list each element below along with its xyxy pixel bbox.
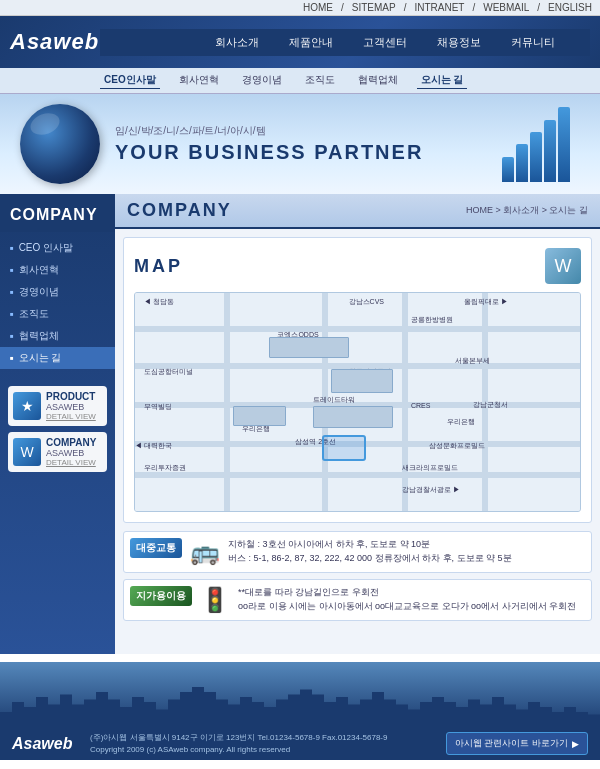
map-label-gangnam-office: 강남군청서: [473, 400, 508, 410]
nav-company[interactable]: 회사소개: [201, 29, 273, 56]
subnav-history[interactable]: 회사연혁: [175, 72, 223, 89]
sidebar-product-link-1[interactable]: DETAIL VIEW: [46, 412, 102, 421]
topbar-english[interactable]: ENGLISH: [548, 2, 592, 13]
footer-related-sites-button[interactable]: 아시웹 관련사이트 바로가기 ▶: [446, 732, 588, 755]
main-content: COMPANY HOME > 회사소개 > 오시는 길 MAP W: [115, 194, 600, 654]
sidebar-product-name-1: PRODUCT: [46, 391, 102, 402]
map-building-kepco: [331, 369, 393, 393]
map-label-olympic: 올림픽대로 ▶: [464, 297, 508, 307]
sidebar-products: ★ PRODUCT ASAWEB DETAIL VIEW W COMPANY A…: [0, 386, 115, 472]
sidebar: COMPANY CEO 인사말 회사연혁 경영이념 조직도 협력업체 오시는 길…: [0, 194, 115, 654]
transport-badge-public: 대중교통: [130, 538, 182, 558]
topbar-sep3: /: [472, 2, 475, 13]
road-v1: [224, 293, 230, 511]
map-title: MAP: [134, 256, 183, 277]
subnav-ceo[interactable]: CEO인사말: [100, 72, 160, 89]
sub-nav: CEO인사말 회사연혁 경영이념 조직도 협력업체 오시는 길: [0, 68, 600, 94]
top-bar: HOME / SITEMAP / INTRANET / WEBMAIL / EN…: [0, 0, 600, 16]
map-icon: W: [545, 248, 581, 284]
subnav-location[interactable]: 오시는 길: [417, 72, 468, 89]
logo[interactable]: Asaweb: [10, 29, 100, 55]
map-label-woori-bank-2: 우리은행: [447, 417, 475, 427]
nav-recruit[interactable]: 채용정보: [423, 29, 495, 56]
sidebar-item-partner[interactable]: 협력업체: [0, 325, 115, 347]
subnav-partner[interactable]: 협력업체: [354, 72, 402, 89]
footer-info: (주)아시웹 서울특별시 9142구 이기로 123번지 Tel.01234-5…: [90, 732, 438, 754]
transport-bus-icon: 🚌: [190, 538, 220, 566]
sidebar-item-history[interactable]: 회사연혁: [0, 259, 115, 281]
subnav-management[interactable]: 경영이념: [238, 72, 286, 89]
map-section: MAP W ◀ 청담동 강남스CVS: [123, 237, 592, 523]
sidebar-item-org[interactable]: 조직도: [0, 303, 115, 325]
nav-community[interactable]: 커뮤니티: [497, 29, 569, 56]
hero-title: YOUR BUSINESS PARTNER: [115, 141, 502, 164]
topbar-intranet[interactable]: INTRANET: [414, 2, 464, 13]
footer-logo: Asaweb: [12, 735, 82, 753]
footer-btn-label: 아시웹 관련사이트 바로가기: [455, 737, 568, 750]
map-label-cres: CRES: [411, 402, 430, 409]
subnav-org[interactable]: 조직도: [301, 72, 339, 89]
map-label-trade-bldg: 무역빌딩: [144, 402, 172, 412]
page-header: COMPANY HOME > 회사소개 > 오시는 길: [115, 194, 600, 229]
sidebar-product-info-2: COMPANY ASAWEB DETAIL VIEW: [46, 437, 102, 467]
sidebar-product-icon-1: ★: [13, 392, 41, 420]
nav-support[interactable]: 고객센터: [349, 29, 421, 56]
footer-btn-arrow: ▶: [572, 739, 579, 749]
hero-banner: 임/신/박/조/니/스/파/트/너/아/시/템 YOUR BUSINESS PA…: [0, 94, 600, 194]
footer: Asaweb (주)아시웹 서울특별시 9142구 이기로 123번지 Tel.…: [0, 727, 600, 760]
sidebar-product-sub-1: ASAWEB: [46, 402, 102, 412]
sidebar-menu: CEO 인사말 회사연혁 경영이념 조직도 협력업체 오시는 길: [0, 232, 115, 374]
sidebar-item-ceo[interactable]: CEO 인사말: [0, 237, 115, 259]
header: Asaweb 회사소개 제품안내 고객센터 채용정보 커뮤니티: [0, 16, 600, 68]
city-silhouette: [0, 677, 600, 727]
topbar-webmail[interactable]: WEBMAIL: [483, 2, 529, 13]
sidebar-product-card-1[interactable]: ★ PRODUCT ASAWEB DETAIL VIEW: [8, 386, 107, 426]
content-wrapper: COMPANY CEO 인사말 회사연혁 경영이념 조직도 협력업체 오시는 길…: [0, 194, 600, 654]
nav-products[interactable]: 제품안내: [275, 29, 347, 56]
page-title: COMPANY: [127, 200, 232, 221]
sidebar-item-management[interactable]: 경영이념: [0, 281, 115, 303]
road-h1: [135, 326, 580, 332]
transport-section: 대중교통 🚌 지하철 : 3호선 아시아에서 하차 후, 도보로 약 10분 버…: [123, 531, 592, 621]
sidebar-item-location[interactable]: 오시는 길: [0, 347, 115, 369]
topbar-sep4: /: [537, 2, 540, 13]
sidebar-title: COMPANY: [0, 194, 115, 232]
map-label-woori-invest: 우리투자증권: [144, 463, 186, 473]
transport-text-public: 지하철 : 3호선 아시아에서 하차 후, 도보로 약 10분 버스 : 5-1…: [228, 538, 512, 565]
sidebar-product-name-2: COMPANY: [46, 437, 102, 448]
sidebar-product-card-2[interactable]: W COMPANY ASAWEB DETAIL VIEW: [8, 432, 107, 472]
sidebar-product-info-1: PRODUCT ASAWEB DETAIL VIEW: [46, 391, 102, 421]
map-label-gangnam-police: 강남경찰서광로 ▶: [402, 485, 460, 495]
transport-car-icon: 🚦: [200, 586, 230, 614]
map-label-seoul-office: 서울본부세: [455, 356, 490, 366]
topbar-home[interactable]: HOME: [303, 2, 333, 13]
road-v3: [402, 293, 408, 511]
footer-info-line1: (주)아시웹 서울특별시 9142구 이기로 123번지 Tel.01234-5…: [90, 732, 438, 743]
hero-subtitle: 임/신/박/조/니/스/파/트/너/아/시/템: [115, 124, 502, 138]
map-label-airport-terminal: 도심공항터미널: [144, 367, 193, 377]
transport-item-car: 지가용이용 🚦 **대로를 따라 강남길인으로 우회전 oo라로 이용 시에는 …: [123, 579, 592, 621]
hero-people-graphic: [502, 107, 570, 182]
map-building-coex: [269, 337, 349, 359]
map-label-cheongdam: ◀ 청담동: [144, 297, 174, 307]
hero-text: 임/신/박/조/니/스/파/트/너/아/시/템 YOUR BUSINESS PA…: [115, 124, 502, 164]
topbar-sitemap[interactable]: SITEMAP: [352, 2, 396, 13]
sidebar-product-sub-2: ASAWEB: [46, 448, 102, 458]
map-container: ◀ 청담동 강남스CVS 올림픽대로 ▶ 코엑스ODDS 공릉한방병원 도심공항…: [134, 292, 581, 512]
hero-globe: [20, 104, 100, 184]
transport-badge-car: 지가용이용: [130, 586, 192, 606]
map-label-gangnam-cvs: 강남스CVS: [349, 297, 384, 307]
map-label-hospital: 공릉한방병원: [411, 315, 453, 325]
map-label-daeryuk: ◀ 대력한국: [135, 441, 172, 451]
sidebar-product-link-2[interactable]: DETAIL VIEW: [46, 458, 102, 467]
footer-info-line2: Copyright 2009 (c) ASAweb company. All r…: [90, 744, 438, 755]
map-highlight-marker: [322, 435, 367, 461]
map-building-trade-tower: [313, 406, 393, 428]
sidebar-product-icon-2: W: [13, 438, 41, 466]
breadcrumb: HOME > 회사소개 > 오시는 길: [466, 204, 588, 217]
map-background: ◀ 청담동 강남스CVS 올림픽대로 ▶ 코엑스ODDS 공릉한방병원 도심공항…: [135, 293, 580, 511]
map-building-trade: [233, 406, 286, 426]
topbar-sep: /: [341, 2, 344, 13]
map-label-samsung-mall: 삼성문화프로밀드: [429, 441, 485, 451]
transport-text-car: **대로를 따라 강남길인으로 우회전 oo라로 이용 시에는 아시아동에서 o…: [238, 586, 576, 613]
